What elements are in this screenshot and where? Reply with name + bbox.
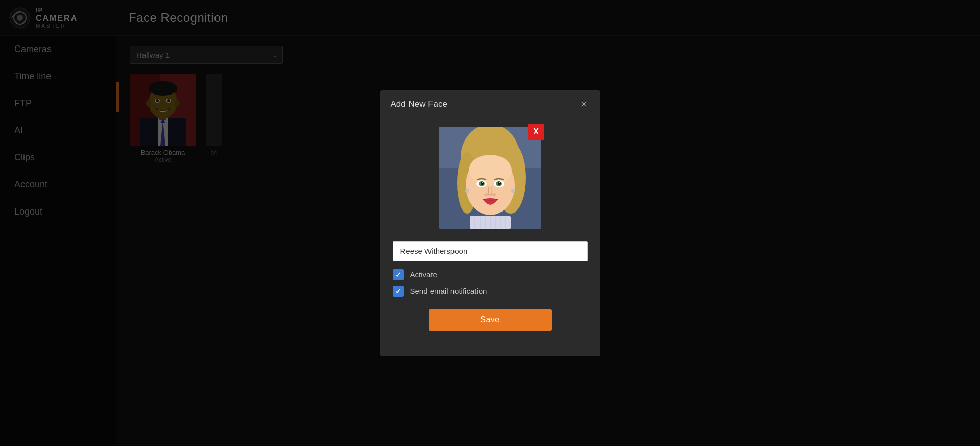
activate-label: Activate (410, 270, 437, 279)
email-notif-label: Send email notification (410, 287, 487, 295)
modal-title: Add New Face (391, 99, 448, 109)
photo-container: X (439, 127, 541, 229)
email-notif-checkbox[interactable] (393, 286, 404, 297)
modal-header: Add New Face × (380, 90, 600, 116)
face-photo-svg (439, 127, 541, 229)
modal-close-button[interactable]: × (578, 99, 590, 110)
face-name-input[interactable] (393, 241, 588, 261)
remove-photo-button[interactable]: X (528, 124, 544, 140)
svg-point-38 (511, 189, 515, 193)
svg-point-35 (484, 193, 489, 196)
save-button[interactable]: Save (429, 309, 552, 331)
modal-body: X Activate Send email notification Save (380, 116, 600, 341)
activate-checkbox[interactable] (393, 269, 404, 280)
add-face-modal: Add New Face × (380, 90, 600, 356)
svg-point-37 (465, 189, 469, 193)
face-photo-frame (439, 127, 541, 229)
email-notif-row: Send email notification (393, 286, 588, 297)
svg-point-33 (498, 181, 501, 185)
activate-row: Activate (393, 269, 588, 280)
svg-point-34 (499, 182, 500, 183)
svg-point-26 (469, 155, 512, 185)
svg-point-29 (481, 181, 484, 185)
svg-point-36 (491, 193, 496, 196)
svg-point-30 (482, 182, 483, 183)
